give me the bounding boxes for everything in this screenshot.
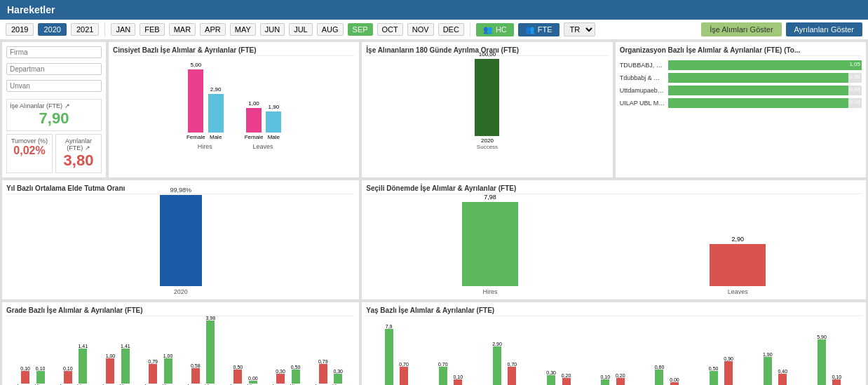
hc-label: HC <box>496 25 507 34</box>
hires-kpi-label: İşe Alınanlar (FTE) ↗ <box>10 102 98 109</box>
org-label-1: Tdubbabj & Meb... <box>620 74 665 81</box>
turnover-180-year: 2020 <box>481 137 494 144</box>
fte-label: FTE <box>538 25 552 34</box>
fte-toggle-btn[interactable]: 👥 FTE <box>518 23 560 36</box>
hires-male-bar: 2,90 Male <box>208 86 224 140</box>
month-sep-btn[interactable]: SEP <box>348 23 373 36</box>
org-label-0: TDUBBABJ, KAB... <box>620 62 665 69</box>
gender-chart-panel: Cinsiyet Bazlı İşe Alımlar & Ayrılanlar … <box>108 41 360 178</box>
month-aug-btn[interactable]: AUG <box>317 23 344 36</box>
show-hires-btn[interactable]: İşe Alımları Göster <box>701 22 781 36</box>
selected-period-title: Seçili Dönemde İşe Alımlar & Ayrılanlar … <box>366 184 862 194</box>
hires-male-label: Male <box>210 134 222 140</box>
grade-group-0: 0,10 Leaves 1,41 Hires 0 <box>60 344 89 385</box>
leaves-male-val: 1,90 <box>269 104 280 110</box>
age-group-51: 0,50 Hires 0,90 Leaves 51-55 <box>707 356 736 385</box>
age-group-60: 5,90 Hires 0,10 Leaves 60+ <box>816 335 845 385</box>
age-chart-title: Yaş Bazlı İşe Alımlar & Ayrılanlar (FTE) <box>366 306 862 316</box>
sp-hires-group: 7,98 Hires <box>462 194 518 295</box>
grade-chart-area: 0,10 Leaves 0,10 Hires -1 0,10 <box>6 319 355 385</box>
firma-input[interactable] <box>6 46 102 58</box>
unvan-input[interactable] <box>6 80 102 92</box>
fte-icon: 👥 <box>525 25 535 34</box>
org-fill-0 <box>668 60 862 70</box>
gender-hires-bars: 5,00 Female 2,90 Male <box>187 62 224 140</box>
hires-male-val: 2,90 <box>210 86 222 93</box>
turnover-leavers-row: Turnover (%) 0,02% Ayrılanlar (FTE) ↗ 3,… <box>6 134 102 173</box>
show-leavers-btn[interactable]: Ayrılanları Göster <box>786 22 862 36</box>
age-group-26: 0,70 Hires 0,10 Leaves 26-30 <box>438 362 466 385</box>
turnover-180-val: 100,00 <box>479 51 496 58</box>
turnover-value: 0,02% <box>10 144 49 157</box>
turnover-label: Turnover (%) <box>10 137 49 144</box>
hires-group-label: Hires <box>198 143 212 150</box>
month-may-btn[interactable]: MAY <box>230 23 256 36</box>
year-2019-btn[interactable]: 2019 <box>6 23 34 36</box>
grade-group-6: 0,30 Leaves 0,50 Hires 6 <box>273 365 301 385</box>
month-jul-btn[interactable]: JUL <box>289 23 313 36</box>
retention-year: 2020 <box>174 288 188 295</box>
org-row-3: UILAP UBL MEQ... 0,98 <box>620 98 862 108</box>
main-grid: İşe Alınanlar (FTE) ↗ 7,90 Turnover (%) … <box>0 40 868 385</box>
gender-chart-area: 5,00 Female 2,90 Male Hires 1,00 <box>113 59 355 150</box>
month-dec-btn[interactable]: DEC <box>438 23 464 36</box>
age-chart-panel: Yaş Bazlı İşe Alımlar & Ayrılanlar (FTE)… <box>361 302 867 385</box>
year-2021-btn[interactable]: 2021 <box>71 23 99 36</box>
leavers-kpi: Ayrılanlar (FTE) ↗ 3,80 <box>55 134 102 173</box>
org-row-0: TDUBBABJ, KAB... 1,05 <box>620 60 862 70</box>
month-apr-btn[interactable]: APR <box>200 23 226 36</box>
retention-val: 99,98% <box>170 187 191 194</box>
org-row-2: Uttdamupaeb Cu... 0,98 <box>620 86 862 95</box>
month-oct-btn[interactable]: OCT <box>377 23 403 36</box>
hc-toggle-btn[interactable]: 👥 HC <box>476 23 514 36</box>
filter-unvan <box>6 80 102 95</box>
grade-group-4: 0,50 Leaves 0,00 Hires 4 <box>230 365 259 385</box>
sp-leaves-label: Leaves <box>728 288 748 295</box>
month-jan-btn[interactable]: JAN <box>111 23 135 36</box>
departman-input[interactable] <box>6 63 102 75</box>
org-track-0: 1,05 <box>668 60 862 70</box>
leaves-female-label: Female <box>245 134 264 140</box>
month-nov-btn[interactable]: NOV <box>407 23 434 36</box>
turnover-180-area: 100,00 2020 Success <box>366 59 608 150</box>
toolbar: 2019 2020 2021 JAN FEB MAR APR MAY JUN J… <box>0 20 868 40</box>
org-val-2: 0,98 <box>849 86 860 93</box>
age-group-31: 2,90 Hires 0,70 Leaves 31 -... <box>491 342 520 385</box>
hires-female-bar: 5,00 Female <box>187 62 205 140</box>
grade-chart-panel: Grade Bazlı İşe Alımlar & Ayrılanlar (FT… <box>1 302 360 385</box>
divider-1 <box>104 22 105 36</box>
sp-hires-bar <box>462 202 518 286</box>
grade-group-dash: 0,79 Leaves 0,30 Hires - <box>315 359 344 385</box>
org-label-3: UILAP UBL MEQ... <box>620 100 665 107</box>
people-icon: 👥 <box>483 25 493 34</box>
org-val-1: 0,98 <box>849 74 860 80</box>
org-label-2: Uttdamupaeb Cu... <box>620 87 665 94</box>
age-chart-area: 7,9 Hires 0,70 Leaves 18 -... 0,70 <box>366 319 862 385</box>
month-jun-btn[interactable]: JUN <box>260 23 285 36</box>
grade-chart-title: Grade Bazlı İşe Alımlar & Ayrılanlar (FT… <box>6 306 355 316</box>
org-bars-area: TDUBBABJ, KAB... 1,05 Tdubbabj & Meb... … <box>620 60 862 108</box>
turnover-180-sub: Success <box>477 144 498 150</box>
turnover-180-bar <box>475 59 499 136</box>
page-header: Hareketler <box>0 0 868 20</box>
month-mar-btn[interactable]: MAR <box>169 23 196 36</box>
sp-leaves-group: 2,90 Leaves <box>710 236 766 295</box>
country-select[interactable]: TR <box>564 22 595 36</box>
year-2020-btn[interactable]: 2020 <box>38 23 66 36</box>
month-feb-btn[interactable]: FEB <box>140 23 164 36</box>
leaves-male-label: Male <box>268 134 280 140</box>
hires-female-label: Female <box>187 134 205 140</box>
leaves-female-bar: 1,00 Female <box>245 100 264 140</box>
sp-leaves-bar <box>710 244 766 286</box>
grade-group-2: 0,79 Leaves 1,00 Hires 2 <box>145 353 174 385</box>
age-group-46: 0,60 Hires 0,00 Leaves 46-50 <box>653 365 682 385</box>
leavers-value: 3,80 <box>59 151 98 170</box>
leaves-group-label: Leaves <box>252 143 273 150</box>
leaves-male-bar: 1,90 Male <box>266 104 281 140</box>
filter-kpi-panel: İşe Alınanlar (FTE) ↗ 7,90 Turnover (%) … <box>1 41 107 178</box>
org-track-2: 0,98 <box>668 86 862 95</box>
org-row-1: Tdubbabj & Meb... 0,98 <box>620 73 862 83</box>
grade-group-3: 0,58 Leaves 3,98 Hires 3 <box>187 316 216 385</box>
org-chart-title: Organizasyon Bazlı İşe Alımlar & Ayrılan… <box>620 46 862 56</box>
retention-chart-area: 99,98% 2020 <box>6 197 355 295</box>
